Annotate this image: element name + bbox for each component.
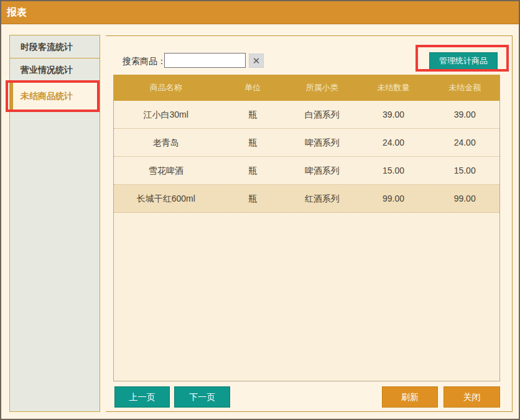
search-label: 搜索商品： — [123, 54, 166, 68]
cell-name: 老青岛 — [114, 129, 218, 156]
cell-name: 长城干红600ml — [114, 185, 218, 212]
sidebar-item-label: 未结商品统计 — [21, 91, 73, 101]
column-header-amount: 未结金额 — [430, 75, 499, 101]
report-window: 报表 时段客流统计 营业情况统计 未结商品统计 搜索商品： ✕ 管理统计商品 商… — [0, 0, 520, 420]
cell-unit: 瓶 — [218, 157, 287, 184]
cell-qty: 99.00 — [357, 185, 430, 212]
cell-category: 啤酒系列 — [287, 129, 357, 156]
search-input[interactable] — [164, 53, 246, 68]
refresh-button[interactable]: 刷新 — [382, 386, 438, 408]
cell-name: 江小白30ml — [114, 101, 218, 128]
prev-page-button[interactable]: 上一页 — [114, 386, 170, 408]
sidebar-item-business-stats[interactable]: 营业情况统计 — [10, 58, 100, 82]
cell-category: 啤酒系列 — [287, 157, 357, 184]
cell-qty: 39.00 — [357, 101, 430, 128]
cell-qty: 15.00 — [357, 157, 430, 184]
table-row[interactable]: 江小白30ml 瓶 白酒系列 39.00 39.00 — [114, 101, 499, 129]
sidebar-item-time-traffic-stats[interactable]: 时段客流统计 — [10, 35, 100, 58]
sidebar-item-label: 时段客流统计 — [21, 42, 73, 52]
unsettled-goods-table: 商品名称 单位 所属小类 未结数量 未结金额 江小白30ml 瓶 白酒系列 39… — [113, 75, 500, 381]
cell-category: 红酒系列 — [287, 185, 357, 212]
title-bar: 报表 — [1, 1, 519, 24]
cell-qty: 24.00 — [357, 129, 430, 156]
column-header-category: 所属小类 — [287, 75, 357, 101]
sidebar-item-label: 营业情况统计 — [21, 65, 73, 75]
cell-amount: 99.00 — [430, 185, 499, 212]
close-icon: ✕ — [253, 55, 261, 66]
cell-unit: 瓶 — [218, 101, 287, 128]
table-header-row: 商品名称 单位 所属小类 未结数量 未结金额 — [114, 75, 499, 101]
cell-amount: 39.00 — [430, 101, 499, 128]
main-panel: 搜索商品： ✕ 管理统计商品 商品名称 单位 所属小类 未结数量 未结金额 江小… — [106, 35, 513, 412]
cell-amount: 24.00 — [430, 129, 499, 156]
cell-amount: 15.00 — [430, 157, 499, 184]
table-row[interactable]: 老青岛 瓶 啤酒系列 24.00 24.00 — [114, 129, 499, 157]
sidebar: 时段客流统计 营业情况统计 未结商品统计 — [9, 35, 100, 412]
column-header-unit: 单位 — [218, 75, 287, 101]
sidebar-item-unsettled-goods-stats[interactable]: 未结商品统计 — [10, 82, 100, 111]
table-row-selected[interactable]: 长城干红600ml 瓶 红酒系列 99.00 99.00 — [114, 185, 499, 213]
next-page-button[interactable]: 下一页 — [174, 386, 230, 408]
window-title: 报表 — [1, 1, 519, 24]
column-header-name: 商品名称 — [114, 75, 218, 101]
manage-statistics-goods-button[interactable]: 管理统计商品 — [429, 52, 498, 70]
cell-name: 雪花啤酒 — [114, 157, 218, 184]
cell-unit: 瓶 — [218, 185, 287, 212]
cell-unit: 瓶 — [218, 129, 287, 156]
clear-search-button[interactable]: ✕ — [249, 54, 264, 68]
cell-category: 白酒系列 — [287, 101, 357, 128]
close-button[interactable]: 关闭 — [443, 386, 500, 408]
table-row[interactable]: 雪花啤酒 瓶 啤酒系列 15.00 15.00 — [114, 157, 499, 185]
column-header-qty: 未结数量 — [357, 75, 430, 101]
